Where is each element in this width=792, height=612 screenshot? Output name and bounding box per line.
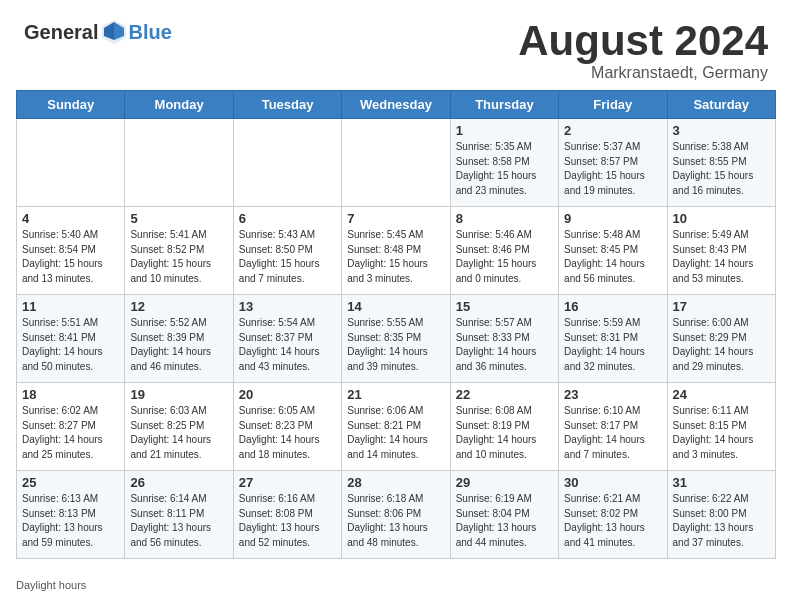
day-info: Sunrise: 6:16 AM Sunset: 8:08 PM Dayligh… [239,492,336,550]
day-info: Sunrise: 5:57 AM Sunset: 8:33 PM Dayligh… [456,316,553,374]
day-info: Sunrise: 5:55 AM Sunset: 8:35 PM Dayligh… [347,316,444,374]
day-cell: 18Sunrise: 6:02 AM Sunset: 8:27 PM Dayli… [17,383,125,471]
day-cell: 1Sunrise: 5:35 AM Sunset: 8:58 PM Daylig… [450,119,558,207]
day-info: Sunrise: 6:21 AM Sunset: 8:02 PM Dayligh… [564,492,661,550]
day-info: Sunrise: 5:45 AM Sunset: 8:48 PM Dayligh… [347,228,444,286]
day-number: 8 [456,211,553,226]
day-number: 27 [239,475,336,490]
logo-general-text: General [24,21,98,44]
day-info: Sunrise: 5:51 AM Sunset: 8:41 PM Dayligh… [22,316,119,374]
day-info: Sunrise: 6:22 AM Sunset: 8:00 PM Dayligh… [673,492,770,550]
day-info: Sunrise: 6:08 AM Sunset: 8:19 PM Dayligh… [456,404,553,462]
week-row-4: 18Sunrise: 6:02 AM Sunset: 8:27 PM Dayli… [17,383,776,471]
weekday-header-friday: Friday [559,91,667,119]
day-info: Sunrise: 5:46 AM Sunset: 8:46 PM Dayligh… [456,228,553,286]
day-number: 19 [130,387,227,402]
day-info: Sunrise: 6:18 AM Sunset: 8:06 PM Dayligh… [347,492,444,550]
day-number: 25 [22,475,119,490]
day-number: 13 [239,299,336,314]
logo-blue-text: Blue [128,21,171,44]
day-info: Sunrise: 6:13 AM Sunset: 8:13 PM Dayligh… [22,492,119,550]
day-number: 10 [673,211,770,226]
logo: General Blue [24,18,172,46]
day-cell: 28Sunrise: 6:18 AM Sunset: 8:06 PM Dayli… [342,471,450,559]
daylight-label: Daylight hours [16,579,86,591]
day-info: Sunrise: 6:00 AM Sunset: 8:29 PM Dayligh… [673,316,770,374]
day-cell: 24Sunrise: 6:11 AM Sunset: 8:15 PM Dayli… [667,383,775,471]
page-header: General Blue August 2024 Markranstaedt, … [0,0,792,90]
day-cell: 23Sunrise: 6:10 AM Sunset: 8:17 PM Dayli… [559,383,667,471]
day-number: 7 [347,211,444,226]
day-cell: 12Sunrise: 5:52 AM Sunset: 8:39 PM Dayli… [125,295,233,383]
day-number: 9 [564,211,661,226]
day-number: 5 [130,211,227,226]
calendar-title: August 2024 [518,18,768,64]
calendar-container: SundayMondayTuesdayWednesdayThursdayFrid… [0,90,792,575]
day-number: 11 [22,299,119,314]
day-cell: 29Sunrise: 6:19 AM Sunset: 8:04 PM Dayli… [450,471,558,559]
day-number: 12 [130,299,227,314]
day-cell [342,119,450,207]
day-number: 23 [564,387,661,402]
day-info: Sunrise: 5:59 AM Sunset: 8:31 PM Dayligh… [564,316,661,374]
day-info: Sunrise: 5:41 AM Sunset: 8:52 PM Dayligh… [130,228,227,286]
day-number: 29 [456,475,553,490]
day-number: 21 [347,387,444,402]
day-number: 24 [673,387,770,402]
day-cell: 31Sunrise: 6:22 AM Sunset: 8:00 PM Dayli… [667,471,775,559]
day-cell [17,119,125,207]
day-number: 16 [564,299,661,314]
day-cell: 16Sunrise: 5:59 AM Sunset: 8:31 PM Dayli… [559,295,667,383]
day-number: 20 [239,387,336,402]
day-number: 17 [673,299,770,314]
calendar-table: SundayMondayTuesdayWednesdayThursdayFrid… [16,90,776,559]
day-info: Sunrise: 5:38 AM Sunset: 8:55 PM Dayligh… [673,140,770,198]
weekday-header-monday: Monday [125,91,233,119]
day-cell: 13Sunrise: 5:54 AM Sunset: 8:37 PM Dayli… [233,295,341,383]
day-cell: 6Sunrise: 5:43 AM Sunset: 8:50 PM Daylig… [233,207,341,295]
calendar-subtitle: Markranstaedt, Germany [518,64,768,82]
day-info: Sunrise: 6:19 AM Sunset: 8:04 PM Dayligh… [456,492,553,550]
day-number: 3 [673,123,770,138]
day-cell: 30Sunrise: 6:21 AM Sunset: 8:02 PM Dayli… [559,471,667,559]
day-number: 15 [456,299,553,314]
day-info: Sunrise: 5:54 AM Sunset: 8:37 PM Dayligh… [239,316,336,374]
day-cell: 20Sunrise: 6:05 AM Sunset: 8:23 PM Dayli… [233,383,341,471]
footer: Daylight hours [0,575,792,599]
day-cell: 7Sunrise: 5:45 AM Sunset: 8:48 PM Daylig… [342,207,450,295]
day-info: Sunrise: 5:52 AM Sunset: 8:39 PM Dayligh… [130,316,227,374]
day-info: Sunrise: 5:49 AM Sunset: 8:43 PM Dayligh… [673,228,770,286]
title-section: August 2024 Markranstaedt, Germany [518,18,768,82]
day-cell: 9Sunrise: 5:48 AM Sunset: 8:45 PM Daylig… [559,207,667,295]
day-cell [233,119,341,207]
day-info: Sunrise: 6:14 AM Sunset: 8:11 PM Dayligh… [130,492,227,550]
day-info: Sunrise: 6:06 AM Sunset: 8:21 PM Dayligh… [347,404,444,462]
day-cell: 21Sunrise: 6:06 AM Sunset: 8:21 PM Dayli… [342,383,450,471]
day-info: Sunrise: 6:11 AM Sunset: 8:15 PM Dayligh… [673,404,770,462]
day-number: 22 [456,387,553,402]
day-info: Sunrise: 5:40 AM Sunset: 8:54 PM Dayligh… [22,228,119,286]
day-cell: 25Sunrise: 6:13 AM Sunset: 8:13 PM Dayli… [17,471,125,559]
day-cell: 15Sunrise: 5:57 AM Sunset: 8:33 PM Dayli… [450,295,558,383]
week-row-2: 4Sunrise: 5:40 AM Sunset: 8:54 PM Daylig… [17,207,776,295]
day-number: 14 [347,299,444,314]
day-number: 26 [130,475,227,490]
week-row-1: 1Sunrise: 5:35 AM Sunset: 8:58 PM Daylig… [17,119,776,207]
day-number: 6 [239,211,336,226]
weekday-row: SundayMondayTuesdayWednesdayThursdayFrid… [17,91,776,119]
day-number: 1 [456,123,553,138]
day-info: Sunrise: 5:43 AM Sunset: 8:50 PM Dayligh… [239,228,336,286]
day-cell: 17Sunrise: 6:00 AM Sunset: 8:29 PM Dayli… [667,295,775,383]
day-info: Sunrise: 6:10 AM Sunset: 8:17 PM Dayligh… [564,404,661,462]
day-number: 4 [22,211,119,226]
day-cell: 5Sunrise: 5:41 AM Sunset: 8:52 PM Daylig… [125,207,233,295]
calendar-body: 1Sunrise: 5:35 AM Sunset: 8:58 PM Daylig… [17,119,776,559]
weekday-header-thursday: Thursday [450,91,558,119]
day-info: Sunrise: 6:02 AM Sunset: 8:27 PM Dayligh… [22,404,119,462]
day-info: Sunrise: 6:05 AM Sunset: 8:23 PM Dayligh… [239,404,336,462]
day-info: Sunrise: 6:03 AM Sunset: 8:25 PM Dayligh… [130,404,227,462]
day-cell: 11Sunrise: 5:51 AM Sunset: 8:41 PM Dayli… [17,295,125,383]
weekday-header-wednesday: Wednesday [342,91,450,119]
day-number: 18 [22,387,119,402]
day-cell: 14Sunrise: 5:55 AM Sunset: 8:35 PM Dayli… [342,295,450,383]
